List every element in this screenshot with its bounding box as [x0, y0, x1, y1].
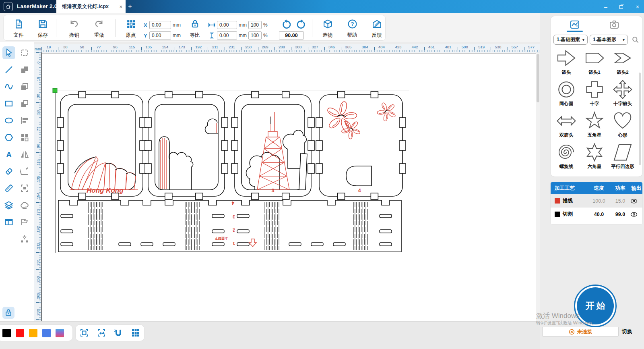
tool-marquee[interactable] [18, 46, 31, 59]
tool-table[interactable] [2, 216, 15, 229]
tab-gallery-icon[interactable] [567, 19, 583, 30]
tab-close-icon[interactable]: × [119, 4, 122, 10]
shape-spiral[interactable]: 螺旋线 [553, 143, 580, 170]
frame-select-icon[interactable] [79, 328, 89, 338]
search-icon[interactable] [632, 36, 639, 44]
rotate-ccw-icon[interactable] [281, 19, 292, 30]
canvas-lock-icon[interactable] [2, 307, 14, 319]
tool-measure[interactable] [2, 182, 15, 195]
shape-heart[interactable]: 心形 [609, 111, 636, 138]
layer-power-value[interactable]: 15.0 [610, 198, 630, 204]
ruler-tick-label: 231 [229, 45, 235, 49]
strip-outline[interactable] [58, 200, 401, 252]
home-icon[interactable] [4, 2, 13, 11]
shape-star6[interactable]: 六角星 [581, 143, 608, 170]
tool-text[interactable]: A [2, 148, 15, 161]
tool-select[interactable] [2, 46, 15, 59]
window-restore-button[interactable] [619, 4, 624, 9]
magnet-snap-icon[interactable] [114, 328, 124, 338]
tool-ellipse[interactable] [2, 114, 15, 127]
height-field[interactable]: 0.00 [217, 31, 237, 39]
tab-camera-icon[interactable] [606, 19, 622, 30]
ruler-tick-label: 154 [36, 192, 40, 199]
layer-visibility-icon[interactable] [630, 198, 642, 204]
tool-subtract[interactable] [18, 97, 31, 110]
shape-cross-arrows[interactable]: 十字箭头 [609, 80, 636, 107]
document-tab[interactable]: 维港夜景文化灯.lcpx × [56, 0, 126, 13]
tool-anchor[interactable] [18, 216, 31, 229]
layer-row-trace[interactable]: 描线 100.0 15.0 [551, 194, 642, 208]
switch-device-button[interactable]: 切换 [622, 328, 632, 335]
y-label: Y [144, 33, 148, 39]
canvas-vertical-scrollbar[interactable] [536, 52, 540, 321]
shape-arrow[interactable]: 箭头 [553, 48, 580, 75]
selection-handle[interactable] [53, 88, 57, 93]
connection-status[interactable]: 未连接 [542, 327, 619, 337]
shape-panel-scrollbar[interactable] [639, 73, 641, 165]
shape-arrow2[interactable]: 箭头2 [609, 48, 636, 75]
palette-color-2[interactable] [29, 329, 37, 337]
shape-parallelogram[interactable]: 平行四边形 [609, 143, 636, 170]
layer-visibility-icon[interactable] [630, 212, 642, 217]
layer-color-swatch[interactable] [555, 198, 560, 204]
layer-row-cut[interactable]: 切割 40.0 99.0 [551, 208, 642, 221]
tool-arrange[interactable] [18, 131, 31, 144]
grid-toggle-icon[interactable] [131, 328, 141, 338]
tool-mirror[interactable] [18, 148, 31, 161]
tool-duplicate[interactable] [18, 80, 31, 93]
layer-speed-value[interactable]: 40.0 [588, 212, 610, 217]
window-close-button[interactable]: × [636, 4, 639, 10]
shape-concentric-circles[interactable]: 同心圆 [553, 80, 580, 107]
strip-annotations: 4 3 2 1 上盖朝下 [215, 201, 256, 247]
panel1-hongkong-text[interactable]: Hong Kong [87, 187, 124, 194]
tool-eraser[interactable] [2, 165, 15, 178]
undo-button[interactable]: 撤销 [62, 18, 86, 39]
tool-rectangle[interactable] [2, 97, 15, 110]
tool-break-apart[interactable] [18, 233, 31, 245]
width-field[interactable]: 0.00 [217, 21, 237, 29]
tool-layers[interactable] [2, 199, 15, 212]
origin-button[interactable]: 原点 [119, 18, 142, 39]
new-tab-button[interactable]: + [128, 2, 132, 10]
help-button[interactable]: ? 帮助 [341, 18, 364, 39]
palette-color-0[interactable] [2, 329, 11, 337]
tool-union[interactable] [18, 63, 31, 76]
fit-selection-icon[interactable] [97, 328, 107, 338]
panel4-door-cutout[interactable] [346, 166, 372, 186]
drawing-canvas[interactable]: Hong Kong [41, 52, 536, 321]
tool-cloud[interactable] [18, 199, 31, 212]
redo-button[interactable]: 重做 [87, 18, 111, 39]
shape-category-dropdown[interactable]: 1.基本图形▼ [590, 35, 628, 45]
tool-node-edit[interactable] [18, 165, 31, 178]
palette-color-1[interactable] [16, 329, 24, 337]
x-position-field[interactable]: 0.00 [149, 21, 171, 29]
feedback-button[interactable]: 反馈 [365, 18, 388, 39]
layer-power-value[interactable]: 99.0 [610, 212, 630, 217]
width-percent-field[interactable]: 100 [248, 21, 262, 29]
layer-color-swatch[interactable] [555, 212, 560, 217]
palette-color-gradient[interactable] [56, 329, 64, 337]
window-minimize-button[interactable]: – [604, 4, 607, 10]
palette-color-3[interactable] [42, 329, 51, 337]
proportional-lock-button[interactable]: 等比 [185, 18, 205, 39]
library-category-dropdown[interactable]: 1.基础图案▼ [553, 35, 588, 45]
tool-line[interactable] [2, 63, 15, 76]
tool-align[interactable] [18, 114, 31, 127]
save-button[interactable]: 保存 [31, 18, 54, 39]
y-position-field[interactable]: 0.00 [149, 31, 171, 39]
tool-polygon[interactable] [2, 131, 15, 144]
file-button[interactable]: 文件 [7, 18, 30, 39]
rotate-cw-icon[interactable] [296, 19, 306, 30]
shape-arrow1[interactable]: 箭头1 [581, 48, 608, 75]
build-button[interactable]: 造物 [316, 18, 339, 39]
shape-double-arrow[interactable]: 双箭头 [553, 111, 580, 138]
height-percent-field[interactable]: 100 [248, 31, 262, 39]
rotation-angle-field[interactable]: 90.00 [279, 31, 304, 39]
shape-cross[interactable]: 十字 [581, 80, 608, 107]
ruler-tick-label: 192 [195, 45, 202, 49]
tool-curve[interactable] [2, 80, 15, 93]
tool-dimension[interactable] [18, 182, 31, 195]
ruler-tick-label: 211 [212, 45, 218, 49]
shape-star5[interactable]: 五角星 [581, 111, 608, 138]
layer-speed-value[interactable]: 100.0 [588, 198, 610, 204]
